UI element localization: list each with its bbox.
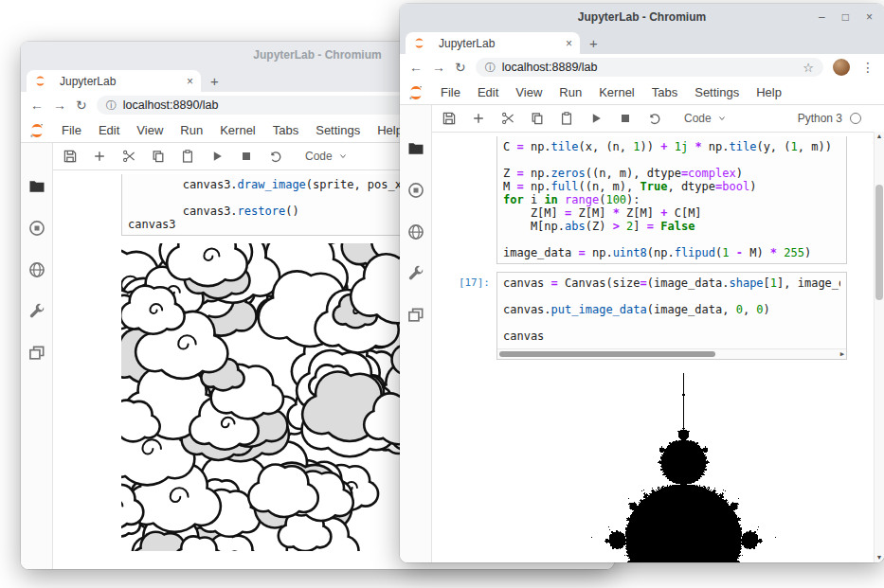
output-prompt xyxy=(53,243,121,551)
paste-icon[interactable] xyxy=(180,149,195,164)
code-cell: [17]: canvas = Canvas(size=(image_data.s… xyxy=(432,272,884,360)
window-title: JupyterLab - Chromium xyxy=(253,48,381,62)
menu-kernel[interactable]: Kernel xyxy=(590,85,643,99)
output-prompt xyxy=(432,367,496,562)
file-browser-icon[interactable] xyxy=(406,139,425,158)
window-titlebar[interactable]: JupyterLab - Chromium – □ × xyxy=(400,4,884,29)
new-tab-button[interactable]: + xyxy=(201,73,228,92)
reload-button[interactable]: ↻ xyxy=(76,98,87,112)
window-title: JupyterLab - Chromium xyxy=(578,10,706,24)
jupyterlab-sidebar xyxy=(21,143,53,569)
site-info-icon[interactable]: ⓘ xyxy=(485,61,496,75)
cell-type-dropdown[interactable]: Code xyxy=(684,112,727,125)
cut-icon[interactable] xyxy=(121,149,136,164)
browser-tab[interactable]: JupyterLab × xyxy=(27,70,201,92)
property-inspector-icon[interactable] xyxy=(406,264,425,283)
cell-type-dropdown[interactable]: Code xyxy=(305,150,348,163)
maximize-icon[interactable]: □ xyxy=(842,10,849,24)
menu-view[interactable]: View xyxy=(507,85,550,99)
back-button[interactable]: ← xyxy=(30,98,44,112)
cut-icon[interactable] xyxy=(500,111,515,126)
paste-icon[interactable] xyxy=(559,111,574,126)
cell-type-value: Code xyxy=(305,150,333,163)
menu-help[interactable]: Help xyxy=(748,85,790,99)
address-toolbar: ← → ↻ ⓘ localhost:8889/lab ☆ ⋮ xyxy=(400,54,884,80)
copy-icon[interactable] xyxy=(530,111,545,126)
forward-button[interactable]: → xyxy=(53,98,66,112)
tab-strip: JupyterLab × + xyxy=(400,29,884,54)
menu-run[interactable]: Run xyxy=(550,85,590,99)
jupyter-favicon xyxy=(413,37,425,49)
property-inspector-icon[interactable] xyxy=(27,302,46,321)
menu-settings[interactable]: Settings xyxy=(686,85,748,99)
restart-kernel-icon[interactable] xyxy=(268,149,283,164)
open-tabs-icon[interactable] xyxy=(406,306,425,325)
menu-tabs[interactable]: Tabs xyxy=(264,123,307,137)
browser-tab[interactable]: JupyterLab × xyxy=(406,32,580,54)
copy-icon[interactable] xyxy=(151,149,166,164)
chevron-down-icon xyxy=(338,151,348,161)
tab-close-icon[interactable]: × xyxy=(566,37,572,50)
code-cell-editor[interactable]: canvas = Canvas(size=(image_data.shape[1… xyxy=(496,272,847,360)
menu-edit[interactable]: Edit xyxy=(90,123,128,137)
menu-view[interactable]: View xyxy=(128,123,171,137)
forward-button[interactable]: → xyxy=(432,61,445,74)
tab-close-icon[interactable]: × xyxy=(187,75,193,88)
menu-settings[interactable]: Settings xyxy=(307,123,369,137)
save-icon[interactable] xyxy=(442,111,457,126)
chevron-down-icon xyxy=(717,114,727,123)
add-cell-icon[interactable] xyxy=(92,149,107,164)
running-sessions-icon[interactable] xyxy=(27,219,46,238)
notebook-toolbar: Code Python 3 xyxy=(432,105,884,133)
scrollbar-thumb[interactable] xyxy=(499,351,715,357)
menu-kernel[interactable]: Kernel xyxy=(211,123,264,137)
jupyter-logo-icon xyxy=(28,122,45,139)
reload-button[interactable]: ↻ xyxy=(455,61,466,74)
minimize-icon[interactable]: – xyxy=(819,10,825,24)
bookmark-star-icon[interactable]: ☆ xyxy=(803,61,814,75)
run-icon[interactable] xyxy=(209,149,225,164)
commands-icon[interactable] xyxy=(406,223,425,241)
open-tabs-icon[interactable] xyxy=(27,344,46,363)
scroll-up-icon[interactable]: ▲ xyxy=(875,132,884,141)
cell-prompt xyxy=(53,174,121,236)
stop-icon[interactable] xyxy=(618,111,633,126)
add-cell-icon[interactable] xyxy=(471,111,486,126)
cell-prompt: [17]: xyxy=(432,272,496,360)
cell-type-value: Code xyxy=(684,112,712,125)
site-info-icon[interactable]: ⓘ xyxy=(106,98,117,113)
menu-file[interactable]: File xyxy=(53,123,90,137)
commands-icon[interactable] xyxy=(27,260,46,279)
kernel-status-icon xyxy=(850,113,861,124)
scrollbar-thumb[interactable] xyxy=(875,185,883,300)
file-browser-icon[interactable] xyxy=(27,177,46,196)
vertical-scrollbar[interactable]: ▲ ▼ xyxy=(874,132,884,562)
browser-menu-icon[interactable]: ⋮ xyxy=(859,60,875,75)
menu-run[interactable]: Run xyxy=(171,123,211,137)
menu-tabs[interactable]: Tabs xyxy=(643,85,686,99)
code-cell: C = np.tile(x, (n, 1)) + 1j * np.tile(y,… xyxy=(432,136,884,264)
url-text: localhost:8889/lab xyxy=(502,61,797,74)
restart-kernel-icon[interactable] xyxy=(647,111,662,126)
kernel-indicator[interactable]: Python 3 xyxy=(798,112,875,125)
code-cell-editor[interactable]: C = np.tile(x, (n, 1)) + 1j * np.tile(y,… xyxy=(496,136,847,264)
kernel-name: Python 3 xyxy=(798,112,842,125)
run-icon[interactable] xyxy=(588,111,604,126)
menu-edit[interactable]: Edit xyxy=(469,85,507,99)
front-browser-window: JupyterLab - Chromium – □ × JupyterLab ×… xyxy=(400,4,884,562)
scroll-right-icon[interactable]: ▶ xyxy=(840,349,844,359)
mandelbrot-output-canvas xyxy=(496,367,866,562)
close-icon[interactable]: × xyxy=(866,10,873,24)
tab-title: JupyterLab xyxy=(439,37,560,50)
stop-icon[interactable] xyxy=(239,149,254,164)
new-tab-button[interactable]: + xyxy=(580,35,607,54)
running-sessions-icon[interactable] xyxy=(406,181,425,200)
menu-file[interactable]: File xyxy=(432,85,469,99)
horizontal-scrollbar[interactable]: ▶ xyxy=(497,348,846,359)
jupyterlab-sidebar xyxy=(400,105,432,562)
scroll-down-icon[interactable]: ▼ xyxy=(875,553,884,562)
address-bar[interactable]: ⓘ localhost:8889/lab ☆ xyxy=(476,58,823,77)
save-icon[interactable] xyxy=(63,149,78,164)
back-button[interactable]: ← xyxy=(409,61,423,74)
profile-avatar[interactable] xyxy=(833,59,850,76)
